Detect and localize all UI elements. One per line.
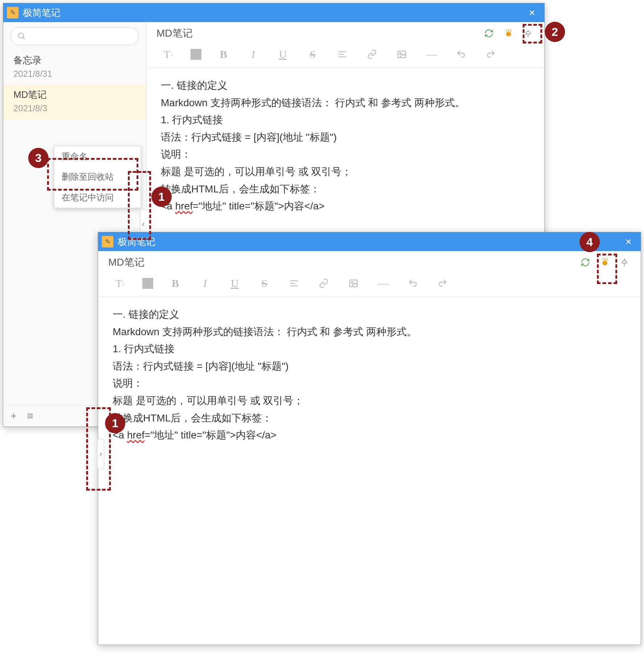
annotation-badge-4: 4 [580,232,600,252]
link-button[interactable] [316,276,331,291]
document-header: MD笔记 [98,251,641,274]
heading-button[interactable]: T↓ [113,276,128,291]
svg-point-3 [506,30,509,32]
sync-icon[interactable] [483,27,495,39]
image-button[interactable] [394,47,409,62]
context-menu: 重命名 删除至回收站 在笔记中访问 [54,146,141,208]
editor-content[interactable]: 一. 链接的定义 Markdown 支持两种形式的链接语法： 行内式 和 参考式… [146,67,544,224]
note-date: 2021/8/31 [13,69,136,79]
search-input[interactable] [11,27,139,45]
svg-point-17 [351,282,353,283]
editor-pane: › MD笔记 T↓ B I U S — [98,251,641,645]
svg-line-1 [23,37,25,39]
heading-button[interactable]: T↓ [161,47,176,62]
note-title: 备忘录 [13,54,136,67]
note-date: 2021/8/3 [13,103,136,113]
bold-button[interactable]: B [168,276,183,291]
align-button[interactable] [287,276,302,291]
app-icon: ✎ [102,236,113,247]
underline-button[interactable]: U [275,47,290,62]
document-title: MD笔记 [108,255,145,269]
editor-toolbar: T↓ B I U S — [98,274,641,296]
ctx-open-in-notes[interactable]: 在笔记中访问 [54,187,141,208]
svg-point-4 [509,30,511,32]
pin-icon[interactable] [618,256,631,269]
bee-icon[interactable] [502,27,515,39]
add-note-button[interactable]: + [11,410,17,422]
titlebar[interactable]: ✎ 极简笔记 × [98,232,641,251]
svg-point-0 [18,33,24,38]
ctx-delete[interactable]: 删除至回收站 [54,167,141,187]
italic-button[interactable]: I [197,276,213,291]
redo-button[interactable] [435,276,450,291]
bold-button[interactable]: B [216,47,231,62]
pin-icon[interactable] [522,27,534,39]
app-window-2: ✎ 极简笔记 × › MD笔记 T↓ B I U S [98,232,641,645]
color-button[interactable] [142,278,153,289]
ctx-rename[interactable]: 重命名 [54,146,141,167]
app-title: 极简笔记 [23,7,60,19]
undo-button[interactable] [405,276,421,291]
svg-point-11 [602,259,605,261]
svg-point-12 [605,259,607,261]
editor-toolbar: T↓ B I U S — [146,45,544,67]
window-close-button[interactable]: × [523,7,541,19]
window-close-button[interactable]: × [620,236,637,248]
color-button[interactable] [191,49,201,60]
app-title: 极简笔记 [118,236,155,248]
sync-icon[interactable] [579,256,591,269]
app-icon: ✎ [7,7,18,18]
search-icon [17,32,26,41]
svg-point-10 [602,261,607,266]
annotation-badge-1: 1 [151,187,172,207]
redo-button[interactable] [483,47,498,62]
note-list-item[interactable]: MD笔记 2021/8/3 [3,85,146,119]
link-button[interactable] [364,47,380,62]
hr-button[interactable]: — [376,276,391,291]
align-button[interactable] [335,47,350,62]
undo-button[interactable] [453,47,469,62]
strike-button[interactable]: S [257,276,272,291]
svg-point-9 [400,53,401,54]
code-line: <a href="地址" title="标题">内容</a> [113,426,626,444]
annotation-badge-3: 3 [28,148,49,168]
image-button[interactable] [346,276,361,291]
hr-button[interactable]: — [424,47,439,62]
titlebar[interactable]: ✎ 极简笔记 × [3,3,544,22]
bee-icon[interactable] [599,256,611,269]
annotation-badge-1b: 1 [105,413,125,433]
italic-button[interactable]: I [246,47,261,62]
note-list-item[interactable]: 备忘录 2021/8/31 [3,50,146,85]
list-view-button[interactable]: ≡ [27,410,34,422]
strike-button[interactable]: S [305,47,320,62]
document-title: MD笔记 [156,26,193,40]
note-title: MD笔记 [13,88,136,101]
document-header: MD笔记 [146,22,544,45]
svg-point-2 [506,32,511,37]
annotation-badge-2: 2 [545,22,565,42]
code-line: <a href="地址" title="标题">内容</a> [161,197,530,215]
sidebar-expand-handle[interactable]: › [98,439,104,469]
editor-content[interactable]: 一. 链接的定义 Markdown 支持两种形式的链接语法： 行内式 和 参考式… [98,296,641,453]
underline-button[interactable]: U [227,276,242,291]
